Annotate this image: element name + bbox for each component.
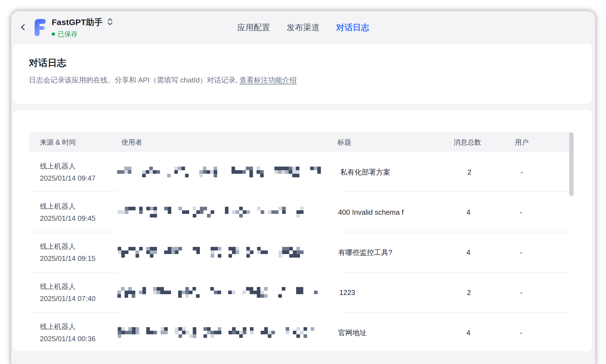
redacted-user-text <box>118 246 320 258</box>
page-description: 日志会记录该应用的在线、分享和 API（需填写 chatId）对话记录, 查看标… <box>29 75 576 85</box>
tab-publish-channels[interactable]: 发布渠道 <box>287 22 320 33</box>
app-name: FastGPT助手 <box>52 17 103 28</box>
top-bar: FastGPT助手 已保存 应用配置发布渠道对话日志 <box>11 11 595 44</box>
chat-title: 私有化部署方案 <box>340 168 390 176</box>
title-cell: 400 Invalid schema f <box>320 208 439 217</box>
save-status-label: 已保存 <box>58 30 78 38</box>
source-time-cell: 线上机器人2025/01/14 09:45 <box>29 200 112 224</box>
source-label: 线上机器人 <box>40 280 112 293</box>
column-header: 使用者 <box>112 138 319 147</box>
user-cell <box>112 327 319 339</box>
user-feedback-cell: - <box>498 168 574 177</box>
redacted-user-text <box>117 166 322 178</box>
chat-title: 官网地址 <box>338 329 367 337</box>
title-cell: 有哪些监控工具? <box>320 248 439 257</box>
user-feedback-cell: - <box>498 248 574 257</box>
column-header: 用户 <box>497 138 574 147</box>
title-cell: 官网地址 <box>320 328 439 338</box>
status-dot-icon <box>52 32 55 36</box>
source-label: 线上机器人 <box>40 160 112 172</box>
message-count-cell: 2 <box>440 168 498 177</box>
message-count-cell: 2 <box>440 288 498 297</box>
log-table-card: 来源 & 时间使用者标题消息总数用户 线上机器人2025/01/14 09:47… <box>13 110 592 351</box>
user-feedback-cell: - <box>498 208 574 217</box>
user-cell <box>112 206 319 218</box>
table-row[interactable]: 线上机器人2025/01/14 09:45400 Invalid schema … <box>29 192 574 232</box>
nav-tabs: 应用配置发布渠道对话日志 <box>237 22 369 33</box>
chat-title: 1223 <box>339 288 355 297</box>
tab-chat-logs[interactable]: 对话日志 <box>336 22 369 33</box>
message-count-cell: 4 <box>439 329 497 337</box>
timestamp: 2025/01/14 09:45 <box>40 212 112 224</box>
tab-app-config[interactable]: 应用配置 <box>237 22 270 33</box>
user-feedback-value: - <box>498 248 544 257</box>
user-cell <box>112 246 320 258</box>
fastgpt-logo-icon <box>35 19 46 36</box>
message-count-cell: 4 <box>439 248 498 257</box>
timestamp: 2025/01/14 09:15 <box>40 252 112 264</box>
column-header: 标题 <box>319 138 438 147</box>
column-header: 来源 & 时间 <box>29 138 112 147</box>
app-title-block: FastGPT助手 已保存 <box>52 17 113 38</box>
title-cell: 1223 <box>321 288 440 297</box>
message-count-cell: 4 <box>439 208 497 217</box>
message-count: 4 <box>439 248 498 257</box>
redacted-user-text <box>117 286 321 299</box>
save-status: 已保存 <box>52 30 113 38</box>
page: FastGPT助手 已保存 应用配置发布渠道对话日志 <box>0 0 606 364</box>
timestamp: 2025/01/14 09:47 <box>40 172 112 184</box>
user-feedback-cell: - <box>498 329 574 337</box>
user-cell <box>112 166 322 178</box>
user-feedback-value: - <box>498 288 545 297</box>
chevron-updown-icon <box>107 17 113 27</box>
table-body: 线上机器人2025/01/14 09:47私有化部署方案2-线上机器人2025/… <box>29 152 574 351</box>
source-time-cell: 线上机器人2025/01/14 09:15 <box>29 240 112 264</box>
column-header: 消息总数 <box>438 138 497 147</box>
source-label: 线上机器人 <box>40 321 112 333</box>
top-bar-left: FastGPT助手 已保存 <box>11 17 113 38</box>
chat-title: 有哪些监控工具? <box>338 248 392 257</box>
user-feedback-value: - <box>498 329 544 337</box>
chat-title: 400 Invalid schema f <box>338 208 404 216</box>
source-label: 线上机器人 <box>40 200 112 212</box>
message-count: 4 <box>439 208 497 217</box>
redacted-user-text <box>118 206 312 218</box>
timestamp: 2025/01/14 07:40 <box>40 293 112 305</box>
title-cell: 私有化部署方案 <box>322 167 440 177</box>
page-description-text: 日志会记录该应用的在线、分享和 API（需填写 chatId）对话记录, <box>29 76 239 84</box>
source-time-cell: 线上机器人2025/01/14 00:36 <box>29 321 112 345</box>
timestamp: 2025/01/14 00:36 <box>40 333 112 345</box>
user-feedback-value: - <box>498 208 544 217</box>
user-feedback-cell: - <box>498 288 574 297</box>
source-time-cell: 线上机器人2025/01/14 07:40 <box>29 280 112 305</box>
message-count: 2 <box>440 168 498 177</box>
log-header-card: 对话日志 日志会记录该应用的在线、分享和 API（需填写 chatId）对话记录… <box>13 44 592 104</box>
user-feedback-value: - <box>498 168 545 177</box>
chevron-left-icon <box>19 23 27 32</box>
log-table: 来源 & 时间使用者标题消息总数用户 线上机器人2025/01/14 09:47… <box>29 132 574 351</box>
message-count: 4 <box>439 329 497 337</box>
table-row[interactable]: 线上机器人2025/01/14 09:15有哪些监控工具?4- <box>29 232 574 272</box>
redacted-user-text <box>118 327 318 339</box>
annotation-guide-link[interactable]: 查看标注功能介绍 <box>239 76 297 84</box>
table-row[interactable]: 线上机器人2025/01/14 00:36官网地址4- <box>29 313 574 351</box>
table-header-row: 来源 & 时间使用者标题消息总数用户 <box>29 132 574 152</box>
table-row[interactable]: 线上机器人2025/01/14 07:4012232- <box>29 272 574 313</box>
message-count: 2 <box>440 288 498 297</box>
app-window: FastGPT助手 已保存 应用配置发布渠道对话日志 <box>11 11 595 364</box>
source-time-cell: 线上机器人2025/01/14 09:47 <box>29 160 112 184</box>
user-cell <box>112 286 321 299</box>
page-title: 对话日志 <box>29 57 576 69</box>
source-label: 线上机器人 <box>40 240 112 252</box>
vertical-scrollbar-thumb[interactable] <box>569 132 574 196</box>
back-button[interactable] <box>17 21 29 34</box>
app-switcher[interactable]: FastGPT助手 <box>52 17 113 28</box>
table-row[interactable]: 线上机器人2025/01/14 09:47私有化部署方案2- <box>29 152 574 192</box>
